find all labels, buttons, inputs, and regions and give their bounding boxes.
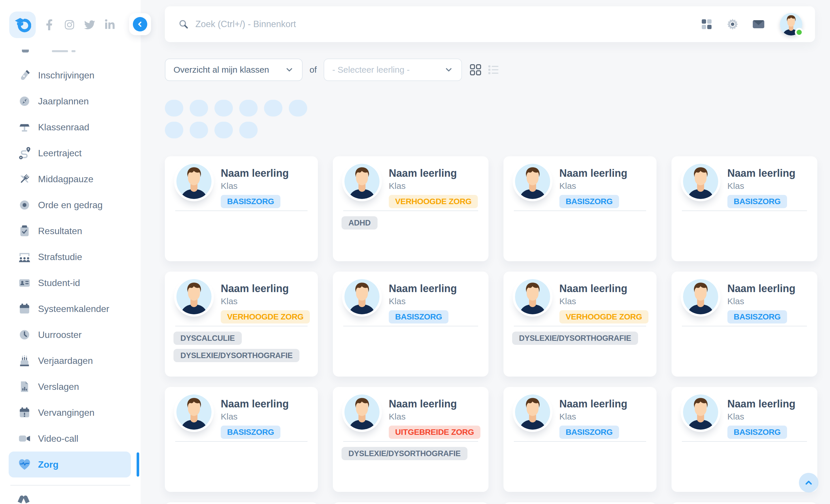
student-class: Klas bbox=[221, 412, 289, 421]
student-select[interactable]: - Selecteer leerling - bbox=[324, 59, 462, 81]
card-divider bbox=[343, 326, 478, 326]
filter-tag-dyscalculie[interactable] bbox=[215, 100, 233, 117]
student-name: Naam leerling bbox=[560, 283, 648, 295]
cutlery-icon bbox=[18, 172, 31, 186]
student-card[interactable]: Naam leerling Klas BASISZORG bbox=[504, 156, 657, 261]
list-view-icon bbox=[487, 64, 500, 76]
sidebar-item-verjaardagen[interactable]: Verjaardagen bbox=[9, 348, 131, 374]
student-card-partial bbox=[333, 502, 488, 504]
filter-tag-add[interactable] bbox=[239, 100, 258, 117]
sidebar-item-zorg[interactable]: Zorg bbox=[9, 451, 131, 477]
avatar-illustration bbox=[515, 279, 550, 314]
list-view-button[interactable] bbox=[487, 64, 500, 76]
linkedin-icon[interactable] bbox=[104, 19, 115, 30]
class-select[interactable]: Overzicht al mijn klassen bbox=[165, 59, 302, 81]
sidebar-item-uurrooster[interactable]: Uurrooster bbox=[9, 322, 131, 348]
avatar-illustration bbox=[344, 395, 380, 430]
audience-icon bbox=[18, 250, 31, 263]
student-card[interactable]: Naam leerling Klas BASISZORG bbox=[165, 156, 318, 261]
app-logo[interactable] bbox=[9, 11, 36, 38]
sidebar-item-middagpauze[interactable]: Middagpauze bbox=[9, 166, 131, 192]
filter-tag-dyslexie-dysorthografie[interactable] bbox=[190, 100, 208, 117]
student-card[interactable]: Naam leerling Klas BASISZORG bbox=[671, 387, 817, 492]
menu-label: Vervangingen bbox=[38, 407, 95, 418]
filter-controls: Overzicht al mijn klassen of - Selecteer… bbox=[165, 58, 500, 81]
sidebar-item-strafstudie[interactable]: Strafstudie bbox=[9, 244, 131, 270]
student-card[interactable]: Naam leerling Klas BASISZORG bbox=[333, 272, 488, 377]
student-card[interactable]: Naam leerling Klas VERHOOGDE ZORG ADHD bbox=[333, 156, 488, 261]
sidebar-item-vervangingen[interactable]: Vervangingen bbox=[9, 400, 131, 426]
student-class: Klas bbox=[389, 296, 457, 306]
care-badge: BASISZORG bbox=[727, 310, 787, 323]
card-header: Naam leerling Klas BASISZORG bbox=[165, 387, 318, 439]
sidebar-item-leertraject[interactable]: Leertraject bbox=[9, 140, 131, 166]
student-avatar bbox=[344, 395, 380, 430]
student-card[interactable]: Naam leerling Klas BASISZORG bbox=[671, 272, 817, 377]
student-card[interactable]: Naam leerling Klas VERHOOGDE ZORG DYSLEX… bbox=[504, 272, 657, 377]
card-header: Naam leerling Klas BASISZORG bbox=[504, 387, 657, 439]
sidebar-item-klassenraad[interactable]: Klassenraad bbox=[9, 114, 131, 140]
pen-nib-icon bbox=[18, 69, 31, 82]
student-class: Klas bbox=[560, 296, 648, 306]
filter-row bbox=[165, 122, 822, 138]
clipped-menu-item bbox=[0, 485, 141, 503]
student-name: Naam leerling bbox=[221, 283, 310, 295]
or-label: of bbox=[310, 65, 317, 75]
mail-icon-button[interactable] bbox=[752, 17, 765, 31]
clock-icon bbox=[18, 328, 31, 341]
collapse-sidebar-button[interactable] bbox=[133, 17, 147, 31]
filter-tag-onderpresteren[interactable] bbox=[289, 100, 307, 117]
sidebar-item-student-id[interactable]: Student-id bbox=[9, 270, 131, 296]
filter-row bbox=[165, 100, 822, 117]
filter-tag-adhd[interactable] bbox=[165, 100, 183, 117]
card-tags: ADHD bbox=[342, 216, 378, 229]
search-input[interactable] bbox=[195, 19, 700, 29]
student-name: Naam leerling bbox=[389, 167, 478, 179]
student-card[interactable]: Naam leerling Klas BASISZORG bbox=[504, 387, 657, 492]
filter-tag-ass[interactable] bbox=[190, 122, 208, 138]
care-badge: BASISZORG bbox=[727, 426, 787, 439]
sidebar-item-verslagen[interactable]: Verslagen bbox=[9, 374, 131, 400]
card-tags: DYSLEXIE/DYSORTHOGRAFIE bbox=[342, 447, 468, 460]
sidebar-item-inschrijvingen[interactable]: Inschrijvingen bbox=[9, 62, 131, 88]
record-icon bbox=[18, 198, 31, 212]
sidebar-item-resultaten[interactable]: Resultaten bbox=[9, 218, 131, 244]
menu-label: Systeemkalender bbox=[38, 304, 109, 314]
settings-icon-button[interactable] bbox=[726, 17, 739, 31]
student-card[interactable]: Naam leerling Klas UITGEBREIDE ZORG DYSL… bbox=[333, 387, 488, 492]
lectern-icon bbox=[18, 121, 31, 134]
care-badge: VERHOOGDE ZORG bbox=[389, 195, 478, 208]
student-name: Naam leerling bbox=[727, 167, 795, 179]
topbar-icons bbox=[700, 13, 802, 35]
card-divider bbox=[682, 441, 807, 442]
twitter-icon[interactable] bbox=[84, 19, 95, 30]
student-class: Klas bbox=[221, 181, 289, 191]
card-divider bbox=[343, 211, 478, 211]
online-status-badge bbox=[795, 28, 803, 37]
filter-tag-auditieve-beperking[interactable] bbox=[239, 122, 258, 138]
student-class: Klas bbox=[389, 181, 478, 191]
apps-icon-button[interactable] bbox=[700, 17, 713, 31]
filter-tag-zelfbeeld-en-zelfvertrouwen[interactable] bbox=[165, 122, 183, 138]
card-tags: DYSCALCULIEDYSLEXIE/DYSORTHOGRAFIE bbox=[173, 332, 299, 362]
grid-view-button[interactable] bbox=[470, 64, 482, 76]
menu-label: Verslagen bbox=[38, 381, 79, 392]
filter-tag-motorische-onhandigheid[interactable] bbox=[264, 100, 282, 117]
scroll-to-top-button[interactable] bbox=[799, 473, 819, 493]
student-card[interactable]: Naam leerling Klas BASISZORG bbox=[165, 387, 318, 492]
instagram-icon[interactable] bbox=[64, 19, 75, 30]
card-divider bbox=[682, 211, 807, 211]
filter-tag-gilles-de-la-tourette[interactable] bbox=[215, 122, 233, 138]
sidebar-item-systeemkalender[interactable]: Systeemkalender bbox=[9, 296, 131, 322]
user-avatar[interactable] bbox=[780, 13, 802, 35]
student-card[interactable]: Naam leerling Klas VERHOOGDE ZORG DYSCAL… bbox=[165, 272, 318, 377]
clipped-menu-item bbox=[0, 49, 141, 54]
sidebar-item-jaarplannen[interactable]: Jaarplannen bbox=[9, 88, 131, 114]
sidebar-item-orde-en-gedrag[interactable]: Orde en gedrag bbox=[9, 192, 131, 218]
student-name: Naam leerling bbox=[221, 398, 289, 410]
facebook-icon[interactable] bbox=[44, 19, 55, 30]
sidebar-item-video-call[interactable]: Video-call bbox=[9, 426, 131, 451]
care-badge: BASISZORG bbox=[389, 310, 448, 323]
chevron-left-icon bbox=[136, 20, 144, 28]
student-card[interactable]: Naam leerling Klas BASISZORG bbox=[671, 156, 817, 261]
